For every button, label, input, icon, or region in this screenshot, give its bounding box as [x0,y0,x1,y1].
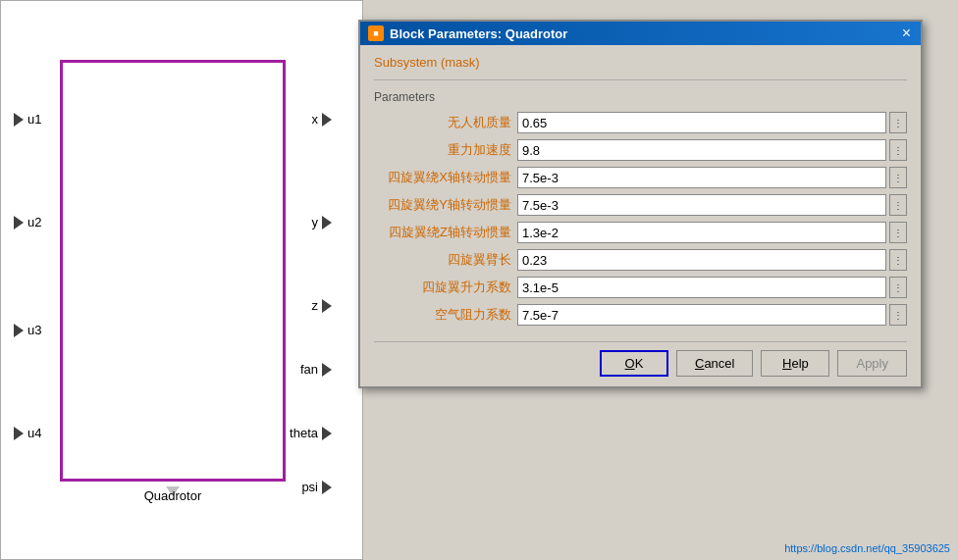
param-input-3[interactable] [517,194,886,216]
divider-1 [374,79,907,80]
param-menu-btn-0[interactable]: ⋮ [889,112,907,133]
param-menu-btn-4[interactable]: ⋮ [889,222,907,243]
port-u3-label: u3 [27,323,41,337]
port-u4-label: u4 [27,426,41,440]
param-label-7: 空气阻力系数 [374,306,511,324]
subsystem-label: Subsystem (mask) [374,55,907,70]
port-u1-label: u1 [27,112,41,127]
port-u2-label: u2 [27,215,41,229]
param-input-7[interactable] [517,304,886,326]
help-button[interactable]: Help [761,350,829,377]
param-input-6[interactable] [517,277,886,298]
port-z: z [312,298,333,313]
param-menu-btn-1[interactable]: ⋮ [889,139,907,161]
apply-button[interactable]: Apply [837,350,907,377]
port-theta-label: theta [290,426,318,440]
param-input-wrap-3: ⋮ [517,194,907,216]
param-input-4[interactable] [517,222,886,243]
port-fan-label: fan [300,362,318,377]
port-fan: fan [300,362,332,377]
param-menu-btn-2[interactable]: ⋮ [889,167,907,188]
help-label: Help [782,356,809,371]
dialog-title: Block Parameters: Quadrotor [390,26,567,41]
ok-button[interactable]: OK [600,350,668,377]
port-y: y [312,215,333,229]
param-label-1: 重力加速度 [374,141,511,159]
param-row-0: 无人机质量⋮ [374,112,907,133]
cancel-label: Cancel [695,356,734,371]
param-row-3: 四旋翼绕Y轴转动惯量⋮ [374,194,907,216]
cancel-button[interactable]: Cancel [676,350,753,377]
param-label-6: 四旋翼升力系数 [374,279,511,296]
block-params-dialog: ■ Block Parameters: Quadrotor × Subsyste… [358,20,923,388]
port-x: x [312,112,333,127]
param-row-4: 四旋翼绕Z轴转动惯量⋮ [374,222,907,243]
param-input-wrap-5: ⋮ [517,249,907,271]
param-menu-btn-7[interactable]: ⋮ [889,304,907,326]
param-row-6: 四旋翼升力系数⋮ [374,277,907,298]
param-row-1: 重力加速度⋮ [374,139,907,161]
port-theta: theta [290,426,332,440]
param-menu-btn-6[interactable]: ⋮ [889,277,907,298]
param-menu-btn-3[interactable]: ⋮ [889,194,907,216]
port-u2: u2 [14,215,41,229]
port-u4: u4 [14,426,41,440]
param-input-1[interactable] [517,139,886,161]
param-row-5: 四旋翼臂长⋮ [374,249,907,271]
param-input-wrap-6: ⋮ [517,277,907,298]
watermark: https://blog.csdn.net/qq_35903625 [784,542,950,554]
param-label-0: 无人机质量 [374,114,511,131]
port-y-label: y [312,215,319,229]
param-input-wrap-7: ⋮ [517,304,907,326]
port-psi-label: psi [301,480,318,494]
param-input-wrap-2: ⋮ [517,167,907,188]
port-x-label: x [312,112,319,127]
dialog-titlebar: ■ Block Parameters: Quadrotor × [360,22,921,45]
param-input-wrap-4: ⋮ [517,222,907,243]
param-input-2[interactable] [517,167,886,188]
param-input-0[interactable] [517,112,886,133]
quadrotor-block[interactable]: u1 u2 u3 u4 x y z fan [60,60,286,482]
param-row-7: 空气阻力系数⋮ [374,304,907,326]
dialog-footer: OK Cancel Help Apply [360,342,921,386]
param-label-4: 四旋翼绕Z轴转动惯量 [374,224,511,241]
close-button[interactable]: × [900,25,913,41]
dialog-body: Subsystem (mask) Parameters 无人机质量⋮重力加速度⋮… [360,45,921,341]
dialog-icon: ■ [368,25,384,41]
port-z-label: z [312,298,319,313]
block-name-label: Quadrotor [144,488,202,503]
param-label-2: 四旋翼绕X轴转动惯量 [374,169,511,186]
param-input-wrap-0: ⋮ [517,112,907,133]
params-section-label: Parameters [374,90,907,104]
simulink-canvas: u1 u2 u3 u4 x y z fan [0,0,363,560]
ok-label: OK [625,356,644,371]
param-label-5: 四旋翼臂长 [374,251,511,269]
param-label-3: 四旋翼绕Y轴转动惯量 [374,196,511,214]
params-container: 无人机质量⋮重力加速度⋮四旋翼绕X轴转动惯量⋮四旋翼绕Y轴转动惯量⋮四旋翼绕Z轴… [374,112,907,326]
param-menu-btn-5[interactable]: ⋮ [889,249,907,271]
port-psi: psi [301,480,332,494]
param-input-wrap-1: ⋮ [517,139,907,161]
titlebar-left: ■ Block Parameters: Quadrotor [368,25,567,41]
param-input-5[interactable] [517,249,886,271]
port-u1: u1 [14,112,41,127]
port-u3: u3 [14,323,41,337]
param-row-2: 四旋翼绕X轴转动惯量⋮ [374,167,907,188]
